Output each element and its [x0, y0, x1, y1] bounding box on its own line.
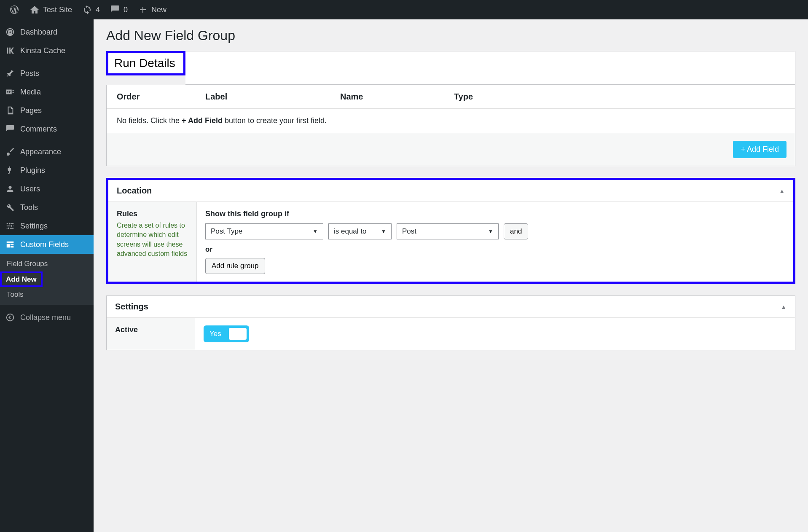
collapse-icon	[5, 312, 15, 322]
home-icon	[30, 5, 40, 15]
sidebar-item-label: Tools	[20, 203, 38, 212]
no-fields-prefix: No fields. Click the	[117, 116, 182, 125]
custom-fields-icon	[5, 239, 15, 250]
sidebar-item-users[interactable]: Users	[0, 180, 94, 198]
submenu-add-new[interactable]: Add New	[6, 275, 37, 283]
sidebar-item-kinsta-cache[interactable]: Kinsta Cache	[0, 41, 94, 60]
sidebar-item-label: Users	[20, 185, 40, 193]
sidebar-item-appearance[interactable]: Appearance	[0, 142, 94, 161]
active-toggle[interactable]: Yes	[204, 325, 249, 342]
chevron-down-icon: ▼	[381, 228, 386, 234]
comments-count: 0	[123, 5, 128, 14]
col-label: Label	[205, 92, 340, 102]
sidebar-item-comments[interactable]: Comments	[0, 120, 94, 138]
rule-operator-value: is equal to	[334, 227, 367, 236]
new-content-button[interactable]: New	[133, 0, 172, 19]
fields-box: Order Label Name Type No fields. Click t…	[106, 85, 795, 166]
rule-param-value: Post Type	[211, 227, 242, 236]
comments-button[interactable]: 0	[105, 0, 133, 19]
refresh-icon	[82, 5, 92, 15]
sidebar-item-label: Plugins	[20, 166, 45, 175]
user-icon	[5, 184, 15, 194]
toggle-knob	[229, 328, 247, 340]
page-title: Add New Field Group	[106, 28, 795, 43]
sidebar-item-label: Kinsta Cache	[20, 46, 65, 55]
settings-collapse-toggle[interactable]: ▲	[781, 304, 787, 310]
dashboard-icon	[5, 27, 15, 37]
site-name-button[interactable]: Test Site	[24, 0, 77, 19]
submenu-tools[interactable]: Tools	[0, 287, 94, 302]
sidebar-item-posts[interactable]: Posts	[0, 64, 94, 83]
updates-button[interactable]: 4	[77, 0, 105, 19]
media-icon	[5, 87, 15, 97]
sidebar-item-settings[interactable]: Settings	[0, 217, 94, 235]
pin-icon	[5, 68, 15, 78]
fields-header-row: Order Label Name Type	[107, 85, 795, 109]
wp-logo-button[interactable]	[4, 0, 24, 19]
add-rule-group-button[interactable]: Add rule group	[205, 258, 265, 274]
no-fields-message: No fields. Click the + Add Field button …	[107, 109, 795, 133]
sliders-icon	[5, 221, 15, 231]
chevron-down-icon: ▼	[488, 228, 493, 234]
toggle-value: Yes	[206, 328, 225, 340]
sidebar-item-label: Custom Fields	[20, 240, 69, 249]
comment-icon	[5, 124, 15, 134]
plug-icon	[5, 165, 15, 175]
wordpress-logo-icon	[9, 5, 19, 15]
wrench-icon	[5, 202, 15, 212]
location-collapse-toggle[interactable]: ▲	[779, 188, 785, 194]
svg-point-0	[7, 314, 14, 321]
collapse-label: Collapse menu	[20, 313, 71, 322]
rule-param-select[interactable]: Post Type ▼	[205, 223, 323, 239]
sidebar-item-label: Settings	[20, 222, 48, 231]
rule-value-select[interactable]: Post ▼	[397, 223, 499, 239]
sidebar-item-label: Media	[20, 88, 41, 97]
add-field-footer: + Add Field	[107, 133, 795, 166]
submenu-field-groups[interactable]: Field Groups	[0, 256, 94, 271]
location-right: Show this field group if Post Type ▼ is …	[197, 202, 793, 282]
col-order: Order	[117, 92, 205, 102]
sidebar-item-label: Comments	[20, 125, 57, 134]
rule-value-value: Post	[402, 227, 416, 236]
no-fields-suffix: button to create your first field.	[223, 116, 327, 125]
kinsta-icon	[5, 46, 15, 56]
show-if-label: Show this field group if	[205, 210, 785, 218]
sidebar-item-media[interactable]: Media	[0, 83, 94, 101]
no-fields-bold: + Add Field	[182, 116, 223, 125]
add-field-button[interactable]: + Add Field	[733, 141, 787, 158]
sidebar-item-label: Dashboard	[20, 28, 57, 37]
settings-panel: Settings ▲ Active Yes	[106, 296, 795, 350]
updates-count: 4	[96, 5, 100, 14]
pages-icon	[5, 105, 15, 116]
admin-sidebar: Dashboard Kinsta Cache Posts Media Pages…	[0, 19, 94, 532]
rule-row: Post Type ▼ is equal to ▼ Post ▼ and	[205, 223, 785, 239]
col-name: Name	[340, 92, 454, 102]
rule-operator-select[interactable]: is equal to ▼	[328, 223, 392, 239]
sidebar-item-pages[interactable]: Pages	[0, 101, 94, 120]
custom-fields-submenu: Field Groups Add New Tools	[0, 254, 94, 305]
site-name-label: Test Site	[43, 5, 72, 14]
or-label: or	[205, 245, 785, 254]
sidebar-item-tools[interactable]: Tools	[0, 198, 94, 217]
collapse-menu-button[interactable]: Collapse menu	[0, 306, 94, 328]
title-input-extension[interactable]	[185, 51, 795, 85]
col-type: Type	[454, 92, 785, 102]
admin-bar: Test Site 4 0 New	[0, 0, 808, 19]
chevron-down-icon: ▼	[313, 228, 318, 234]
sidebar-item-plugins[interactable]: Plugins	[0, 161, 94, 180]
main-content: Add New Field Group Order Label Name Typ…	[94, 19, 808, 532]
sidebar-item-label: Posts	[20, 69, 39, 78]
brush-icon	[5, 147, 15, 157]
field-group-title-input[interactable]	[108, 53, 183, 73]
rules-description: Create a set of rules to determine which…	[117, 221, 188, 259]
and-button[interactable]: and	[504, 223, 528, 239]
active-label: Active	[107, 318, 195, 350]
comment-icon	[110, 5, 120, 15]
sidebar-item-custom-fields[interactable]: Custom Fields	[0, 235, 94, 254]
rules-heading: Rules	[117, 210, 188, 218]
sidebar-item-label: Pages	[20, 106, 42, 115]
location-panel: Location ▲ Rules Create a set of rules t…	[106, 178, 795, 284]
sidebar-item-dashboard[interactable]: Dashboard	[0, 23, 94, 41]
title-highlight	[106, 51, 185, 75]
plus-icon	[138, 5, 148, 15]
